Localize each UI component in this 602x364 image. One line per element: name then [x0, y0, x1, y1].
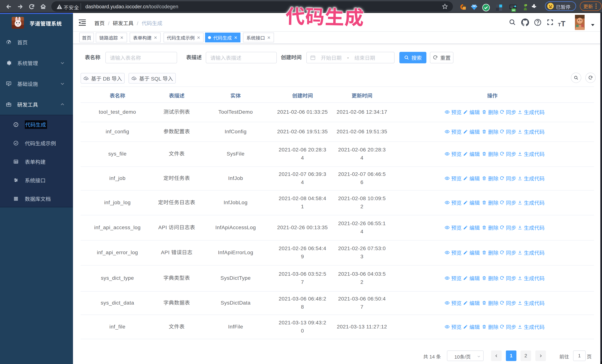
svg-text:on: on [512, 9, 515, 11]
